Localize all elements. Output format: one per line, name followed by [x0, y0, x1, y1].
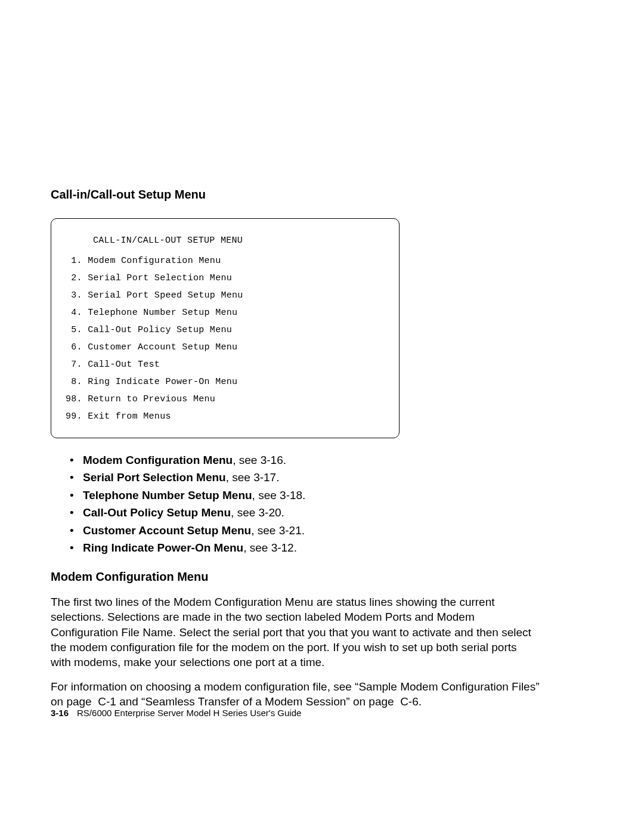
menu-item: 5. Call-Out Policy Setup Menu: [66, 326, 385, 335]
list-item: Customer Account Setup Menu, see 3-21.: [70, 522, 540, 539]
list-item-bold: Telephone Number Setup Menu: [83, 489, 252, 501]
menu-item: 99. Exit from Menus: [66, 412, 385, 421]
menu-item: 7. Call-Out Test: [66, 360, 385, 369]
menu-item: 2. Serial Port Selection Menu: [66, 274, 385, 283]
page-footer: 3-16RS/6000 Enterprise Server Model H Se…: [51, 708, 301, 718]
menu-title: CALL-IN/CALL-OUT SETUP MENU: [66, 236, 385, 246]
list-item-rest: , see 3-21.: [251, 524, 305, 537]
list-item-bold: Customer Account Setup Menu: [83, 524, 251, 537]
menu-item: 4. Telephone Number Setup Menu: [66, 308, 385, 317]
menu-item: 3. Serial Port Speed Setup Menu: [66, 291, 385, 300]
list-item: Ring Indicate Power-On Menu, see 3-12.: [70, 539, 540, 556]
list-item-bold: Modem Configuration Menu: [83, 454, 233, 466]
list-item-rest: , see 3-20.: [231, 506, 284, 519]
menu-item: 98. Return to Previous Menu: [66, 395, 385, 404]
list-item-bold: Call-Out Policy Setup Menu: [83, 506, 231, 519]
heading-callin-callout: Call-in/Call-out Setup Menu: [51, 188, 540, 202]
menu-item: 1. Modem Configuration Menu: [66, 256, 385, 265]
list-item-rest: , see 3-18.: [252, 489, 306, 501]
list-item: Modem Configuration Menu, see 3-16.: [70, 451, 540, 469]
list-item: Serial Port Selection Menu, see 3-17.: [70, 469, 540, 486]
heading-modem-config: Modem Configuration Menu: [51, 570, 540, 584]
page-number: 3-16: [51, 708, 69, 718]
paragraph-modem-desc: The first two lines of the Modem Configu…: [51, 594, 540, 670]
list-item-rest: , see 3-12.: [243, 541, 297, 554]
list-item-bold: Ring Indicate Power-On Menu: [83, 541, 243, 554]
menu-box: CALL-IN/CALL-OUT SETUP MENU 1. Modem Con…: [51, 218, 400, 438]
menu-item: 6. Customer Account Setup Menu: [66, 343, 385, 352]
list-item: Call-Out Policy Setup Menu, see 3-20.: [70, 504, 540, 521]
list-item-bold: Serial Port Selection Menu: [83, 471, 226, 484]
list-item-rest: , see 3-17.: [226, 471, 280, 484]
list-item-rest: , see 3-16.: [233, 454, 286, 466]
paragraph-modem-ref: For information on choosing a modem conf…: [51, 679, 540, 710]
list-item: Telephone Number Setup Menu, see 3-18.: [70, 487, 540, 504]
menu-item: 8. Ring Indicate Power-On Menu: [66, 377, 385, 386]
page-body: Call-in/Call-out Setup Menu CALL-IN/CALL…: [51, 188, 540, 719]
reference-list: Modem Configuration Menu, see 3-16. Seri…: [70, 451, 540, 557]
footer-title: RS/6000 Enterprise Server Model H Series…: [77, 708, 301, 718]
